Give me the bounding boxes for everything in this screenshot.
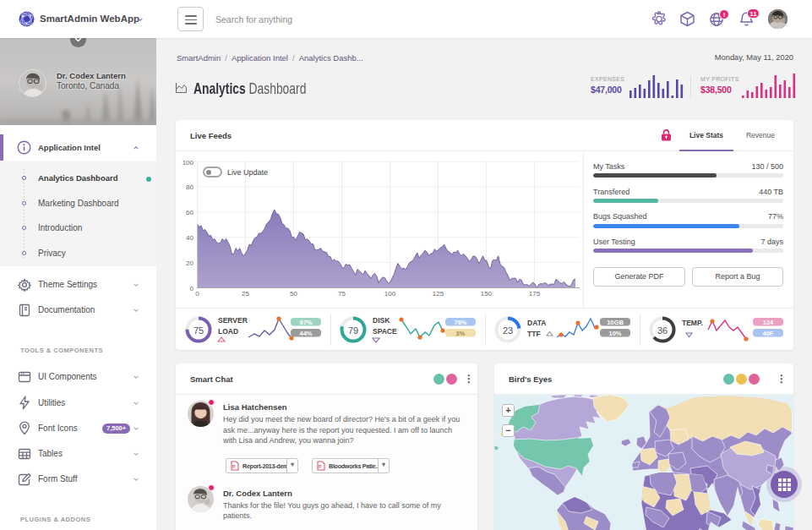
svg-text:124: 124 <box>763 319 774 326</box>
svg-text:23: 23 <box>503 325 513 336</box>
svg-text:DISK: DISK <box>373 316 390 325</box>
svg-text:50: 50 <box>290 290 297 298</box>
svg-text:P: P <box>232 464 236 469</box>
svg-text:75: 75 <box>338 290 346 298</box>
svg-text:P: P <box>319 464 322 469</box>
svg-text:100: 100 <box>183 159 194 167</box>
svg-text:DATA: DATA <box>527 319 546 327</box>
svg-text:10%: 10% <box>608 330 621 337</box>
svg-text:TEMP.: TEMP. <box>682 319 703 327</box>
svg-text:100: 100 <box>384 290 396 298</box>
svg-text:20: 20 <box>186 260 193 267</box>
svg-text:75: 75 <box>193 325 204 336</box>
svg-text:SPACE: SPACE <box>373 327 397 336</box>
svg-text:SERVER: SERVER <box>218 316 248 325</box>
svg-text:125: 125 <box>433 290 444 298</box>
svg-text:0: 0 <box>195 290 199 298</box>
svg-text:60: 60 <box>186 209 193 216</box>
svg-text:LOAD: LOAD <box>218 327 238 336</box>
svg-text:44%: 44% <box>299 330 312 337</box>
svg-text:79: 79 <box>348 325 358 336</box>
svg-text:3%: 3% <box>456 330 466 337</box>
svg-text:150: 150 <box>481 290 493 298</box>
svg-text:40: 40 <box>186 234 193 242</box>
svg-text:175: 175 <box>529 290 541 298</box>
svg-text:40F: 40F <box>763 330 774 337</box>
svg-text:TTF: TTF <box>527 330 541 338</box>
svg-text:97%: 97% <box>299 319 312 326</box>
svg-text:80: 80 <box>186 183 193 191</box>
svg-text:10GB: 10GB <box>607 319 624 326</box>
svg-text:0: 0 <box>190 285 194 292</box>
svg-text:76%: 76% <box>454 319 466 326</box>
svg-text:25: 25 <box>242 290 249 298</box>
svg-text:36: 36 <box>657 325 668 336</box>
